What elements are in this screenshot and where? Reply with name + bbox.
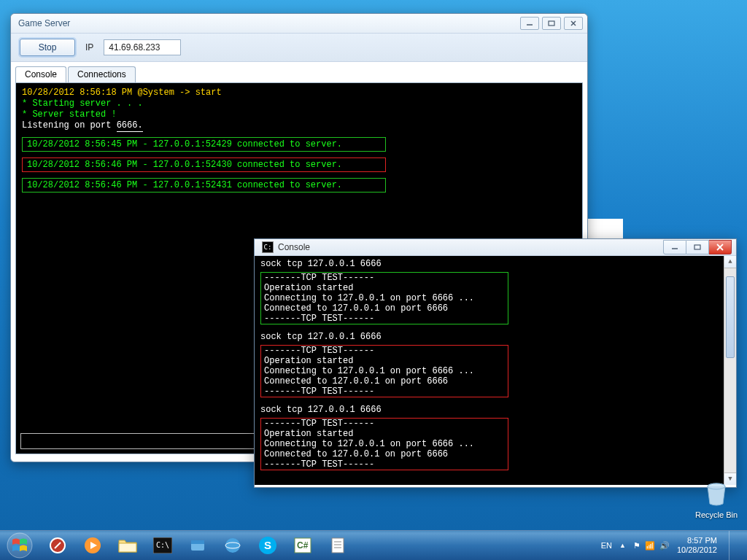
svg-rect-5 [694,245,700,249]
svg-rect-19 [191,540,204,544]
tcp-test-block: -------TCP TEST------ Operation started … [260,272,508,324]
document-icon [328,536,347,555]
cmd-line: sock tcp 127.0.0.1 6666 [260,332,730,342]
taskbar-explorer[interactable] [111,532,144,559]
console-output: sock tcp 127.0.0.1 6666 -------TCP TEST-… [255,256,736,485]
titlebar[interactable]: C: Console [255,239,736,256]
taskbar-cmd[interactable]: C:\ [146,532,179,559]
svg-rect-15 [119,543,136,552]
cmd-line: sock tcp 127.0.0.1 6666 [260,405,730,415]
language-indicator[interactable]: EN [601,541,612,550]
connection-entry: 10/28/2012 8:56:46 PM - 127.0.0.1:52431 … [22,178,386,192]
skype-icon: S [258,536,277,555]
console-icon: C:\ [153,537,172,553]
log-line: 10/28/2012 8:56:18 PM @System -> start [22,88,576,98]
port-number: 6666. [117,120,143,132]
taskbar-pinned: C:\ S C# [41,532,355,559]
maximize-button[interactable] [686,240,709,254]
toolbar: Stop IP 41.69.68.233 [11,34,587,62]
taskbar-media-player[interactable] [76,532,109,559]
taskbar-app-2[interactable] [181,532,214,559]
stop-button[interactable]: Stop [20,39,75,56]
tab-connections[interactable]: Connections [68,66,136,82]
scroll-thumb[interactable] [726,276,735,358]
volume-icon[interactable]: 🔊 [659,541,670,551]
console-window: C: Console sock tcp 127.0.0.1 6666 -----… [254,238,737,488]
log-line: * Server started ! [22,109,576,120]
tcp-test-block: -------TCP TEST------ Operation started … [260,418,508,470]
taskbar-skype[interactable]: S [251,532,285,559]
taskbar: C:\ S C# EN ▲ ⚑ 📶 🔊 8:57 PM 10/28/2012 [0,530,747,560]
log-line: Listening on port 6666. [22,120,576,131]
minimize-button[interactable] [663,240,686,254]
flag-icon[interactable]: ⚑ [633,541,640,551]
start-button[interactable] [0,531,39,560]
svg-rect-1 [549,21,554,26]
scrollbar[interactable]: ▲ ▼ [724,256,736,485]
folder-icon [117,537,138,553]
ip-label: IP [85,42,93,52]
app-icon [223,536,242,555]
svg-rect-26 [332,538,344,553]
media-player-icon [83,536,102,555]
cmd-line: sock tcp 127.0.0.1 6666 [260,259,730,269]
windows-logo-icon [6,532,34,559]
system-tray: EN ▲ ⚑ 📶 🔊 8:57 PM 10/28/2012 [601,531,743,560]
svg-text:C:\: C:\ [156,541,169,549]
titlebar[interactable]: Game Server [11,14,587,34]
app-icon [48,536,67,555]
scroll-up-icon[interactable]: ▲ [724,256,736,268]
close-button[interactable] [709,240,732,254]
recycle-bin-icon [702,479,731,508]
clock-date: 10/28/2012 [677,545,717,555]
recycle-bin[interactable]: Recycle Bin [694,479,738,519]
desktop: Database Manager Game Server Stop IP 41.… [0,0,747,560]
tabstrip: Console Connections [15,66,587,82]
maximize-button[interactable] [542,17,561,30]
svg-point-20 [225,538,240,553]
connection-entry: 10/28/2012 8:56:46 PM - 127.0.0.1:52430 … [22,158,386,172]
taskbar-app-3[interactable] [216,532,249,559]
svg-text:S: S [264,539,271,551]
svg-text:C#: C# [297,540,309,551]
show-desktop-button[interactable] [729,531,737,560]
tcp-test-block: -------TCP TEST------ Operation started … [260,345,508,397]
console-icon: C: [262,241,274,253]
log-line: * Starting server . . . [22,98,576,109]
network-icon[interactable]: 📶 [645,541,655,551]
clock[interactable]: 8:57 PM 10/28/2012 [677,536,717,555]
ip-field[interactable]: 41.69.68.233 [104,39,181,55]
svg-point-10 [7,533,32,558]
window-title: Game Server [18,18,520,28]
taskbar-app-4[interactable] [321,532,355,559]
connection-entry: 10/28/2012 8:56:45 PM - 127.0.0.1:52429 … [22,137,386,152]
clock-time: 8:57 PM [677,536,717,545]
window-title: Console [278,242,663,252]
recycle-bin-label: Recycle Bin [694,510,738,519]
tray-chevron-icon[interactable]: ▲ [619,542,626,549]
close-button[interactable] [564,17,583,30]
taskbar-app-1[interactable] [41,532,74,559]
taskbar-csharp[interactable]: C# [286,532,320,559]
csharp-icon: C# [293,536,312,555]
app-icon [188,536,207,555]
tab-console[interactable]: Console [15,66,66,82]
minimize-button[interactable] [520,17,539,30]
